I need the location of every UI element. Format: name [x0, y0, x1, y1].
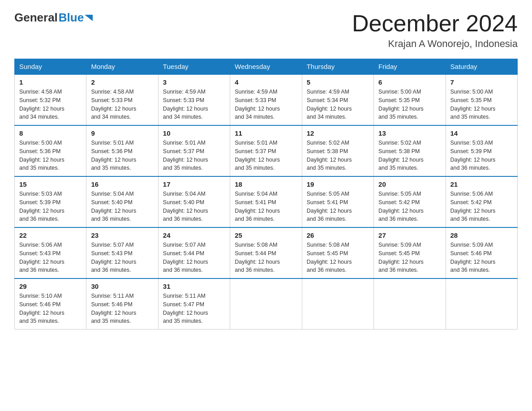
day-info: Sunrise: 5:05 AMSunset: 5:42 PMDaylight:…	[378, 191, 424, 222]
calendar-cell: 22 Sunrise: 5:06 AMSunset: 5:43 PMDaylig…	[15, 227, 86, 278]
day-info: Sunrise: 4:58 AMSunset: 5:33 PMDaylight:…	[91, 89, 136, 120]
day-number: 7	[450, 78, 513, 86]
day-info: Sunrise: 5:09 AMSunset: 5:45 PMDaylight:…	[378, 242, 424, 273]
calendar-cell: 21 Sunrise: 5:06 AMSunset: 5:42 PMDaylig…	[446, 176, 517, 227]
calendar-cell	[446, 278, 517, 330]
header-friday: Friday	[374, 59, 446, 75]
day-number: 19	[307, 180, 369, 188]
calendar-cell: 18 Sunrise: 5:04 AMSunset: 5:41 PMDaylig…	[230, 176, 302, 227]
day-number: 21	[450, 180, 513, 188]
day-info: Sunrise: 5:09 AMSunset: 5:46 PMDaylight:…	[450, 242, 496, 273]
calendar-cell	[302, 278, 373, 330]
day-info: Sunrise: 5:03 AMSunset: 5:39 PMDaylight:…	[19, 191, 64, 222]
calendar-cell: 25 Sunrise: 5:08 AMSunset: 5:44 PMDaylig…	[230, 227, 302, 278]
day-info: Sunrise: 5:10 AMSunset: 5:46 PMDaylight:…	[19, 293, 64, 324]
day-info: Sunrise: 5:04 AMSunset: 5:40 PMDaylight:…	[163, 191, 208, 222]
calendar-cell: 14 Sunrise: 5:03 AMSunset: 5:39 PMDaylig…	[446, 125, 517, 176]
logo-blue-part: Blue	[59, 11, 94, 25]
calendar-table: Sunday Monday Tuesday Wednesday Thursday…	[14, 59, 518, 330]
day-number: 28	[450, 231, 513, 239]
calendar-cell	[374, 278, 446, 330]
week-row-4: 22 Sunrise: 5:06 AMSunset: 5:43 PMDaylig…	[15, 227, 518, 278]
day-number: 30	[91, 283, 153, 290]
header-thursday: Thursday	[302, 59, 373, 75]
day-number: 10	[163, 129, 225, 137]
calendar-cell: 30 Sunrise: 5:11 AMSunset: 5:46 PMDaylig…	[86, 278, 158, 330]
calendar-cell: 4 Sunrise: 4:59 AMSunset: 5:33 PMDayligh…	[230, 74, 302, 125]
day-info: Sunrise: 5:06 AMSunset: 5:42 PMDaylight:…	[450, 191, 496, 222]
day-number: 13	[378, 129, 441, 137]
subtitle: Krajan A Wonorejo, Indonesia	[352, 38, 518, 50]
day-info: Sunrise: 5:03 AMSunset: 5:39 PMDaylight:…	[450, 140, 496, 171]
day-info: Sunrise: 5:01 AMSunset: 5:37 PMDaylight:…	[163, 140, 208, 171]
calendar-cell: 12 Sunrise: 5:02 AMSunset: 5:38 PMDaylig…	[302, 125, 373, 176]
day-info: Sunrise: 5:00 AMSunset: 5:35 PMDaylight:…	[378, 89, 424, 120]
calendar-cell: 9 Sunrise: 5:01 AMSunset: 5:36 PMDayligh…	[86, 125, 158, 176]
day-info: Sunrise: 5:11 AMSunset: 5:47 PMDaylight:…	[163, 293, 208, 324]
calendar-cell: 6 Sunrise: 5:00 AMSunset: 5:35 PMDayligh…	[374, 74, 446, 125]
week-row-2: 8 Sunrise: 5:00 AMSunset: 5:36 PMDayligh…	[15, 125, 518, 176]
calendar-cell: 19 Sunrise: 5:05 AMSunset: 5:41 PMDaylig…	[302, 176, 373, 227]
main-title: December 2024	[352, 11, 518, 36]
day-number: 31	[163, 283, 225, 290]
day-number: 11	[235, 129, 297, 137]
calendar-cell: 8 Sunrise: 5:00 AMSunset: 5:36 PMDayligh…	[15, 125, 86, 176]
calendar-cell: 16 Sunrise: 5:04 AMSunset: 5:40 PMDaylig…	[86, 176, 158, 227]
header-saturday: Saturday	[446, 59, 517, 75]
calendar-cell: 3 Sunrise: 4:59 AMSunset: 5:33 PMDayligh…	[158, 74, 230, 125]
header-sunday: Sunday	[15, 59, 86, 75]
header-monday: Monday	[86, 59, 158, 75]
day-info: Sunrise: 5:02 AMSunset: 5:38 PMDaylight:…	[307, 140, 352, 171]
day-info: Sunrise: 5:08 AMSunset: 5:44 PMDaylight:…	[235, 242, 280, 273]
day-info: Sunrise: 5:01 AMSunset: 5:36 PMDaylight:…	[91, 140, 136, 171]
day-number: 3	[163, 78, 225, 86]
calendar-cell: 15 Sunrise: 5:03 AMSunset: 5:39 PMDaylig…	[15, 176, 86, 227]
header-wednesday: Wednesday	[230, 59, 302, 75]
calendar-cell: 24 Sunrise: 5:07 AMSunset: 5:44 PMDaylig…	[158, 227, 230, 278]
day-info: Sunrise: 5:04 AMSunset: 5:41 PMDaylight:…	[235, 191, 280, 222]
calendar-cell: 28 Sunrise: 5:09 AMSunset: 5:46 PMDaylig…	[446, 227, 517, 278]
logo: General Blue	[14, 11, 94, 25]
calendar-cell: 7 Sunrise: 5:00 AMSunset: 5:35 PMDayligh…	[446, 74, 517, 125]
day-number: 6	[378, 78, 441, 86]
day-number: 9	[91, 129, 153, 137]
day-number: 23	[91, 231, 153, 239]
day-number: 1	[19, 78, 82, 86]
calendar-cell: 2 Sunrise: 4:58 AMSunset: 5:33 PMDayligh…	[86, 74, 158, 125]
day-info: Sunrise: 5:06 AMSunset: 5:43 PMDaylight:…	[19, 242, 64, 273]
day-info: Sunrise: 5:05 AMSunset: 5:41 PMDaylight:…	[307, 191, 352, 222]
calendar-cell: 17 Sunrise: 5:04 AMSunset: 5:40 PMDaylig…	[158, 176, 230, 227]
page-header: General Blue December 2024 Krajan A Wono…	[14, 11, 518, 50]
calendar-cell: 11 Sunrise: 5:01 AMSunset: 5:37 PMDaylig…	[230, 125, 302, 176]
day-number: 4	[235, 78, 297, 86]
calendar-header: Sunday Monday Tuesday Wednesday Thursday…	[15, 59, 518, 75]
day-info: Sunrise: 4:58 AMSunset: 5:32 PMDaylight:…	[19, 89, 64, 120]
week-row-1: 1 Sunrise: 4:58 AMSunset: 5:32 PMDayligh…	[15, 74, 518, 125]
day-info: Sunrise: 5:00 AMSunset: 5:35 PMDaylight:…	[450, 89, 496, 120]
day-number: 24	[163, 231, 225, 239]
day-number: 12	[307, 129, 369, 137]
logo-arrow-icon	[85, 13, 94, 23]
day-number: 2	[91, 78, 153, 86]
calendar-cell: 31 Sunrise: 5:11 AMSunset: 5:47 PMDaylig…	[158, 278, 230, 330]
calendar-cell: 20 Sunrise: 5:05 AMSunset: 5:42 PMDaylig…	[374, 176, 446, 227]
calendar-cell: 10 Sunrise: 5:01 AMSunset: 5:37 PMDaylig…	[158, 125, 230, 176]
calendar-cell: 1 Sunrise: 4:58 AMSunset: 5:32 PMDayligh…	[15, 74, 86, 125]
calendar-cell: 5 Sunrise: 4:59 AMSunset: 5:34 PMDayligh…	[302, 74, 373, 125]
day-number: 17	[163, 180, 225, 188]
day-info: Sunrise: 5:07 AMSunset: 5:44 PMDaylight:…	[163, 242, 208, 273]
day-number: 29	[19, 283, 82, 290]
calendar-cell: 27 Sunrise: 5:09 AMSunset: 5:45 PMDaylig…	[374, 227, 446, 278]
day-number: 18	[235, 180, 297, 188]
day-info: Sunrise: 5:08 AMSunset: 5:45 PMDaylight:…	[307, 242, 352, 273]
week-row-5: 29 Sunrise: 5:10 AMSunset: 5:46 PMDaylig…	[15, 278, 518, 330]
day-info: Sunrise: 5:07 AMSunset: 5:43 PMDaylight:…	[91, 242, 136, 273]
title-block: December 2024 Krajan A Wonorejo, Indones…	[352, 11, 518, 50]
day-info: Sunrise: 4:59 AMSunset: 5:34 PMDaylight:…	[307, 89, 352, 120]
logo-general-text: General	[14, 11, 58, 25]
calendar-cell: 26 Sunrise: 5:08 AMSunset: 5:45 PMDaylig…	[302, 227, 373, 278]
day-info: Sunrise: 5:00 AMSunset: 5:36 PMDaylight:…	[19, 140, 64, 171]
day-number: 16	[91, 180, 153, 188]
day-number: 15	[19, 180, 82, 188]
week-row-3: 15 Sunrise: 5:03 AMSunset: 5:39 PMDaylig…	[15, 176, 518, 227]
